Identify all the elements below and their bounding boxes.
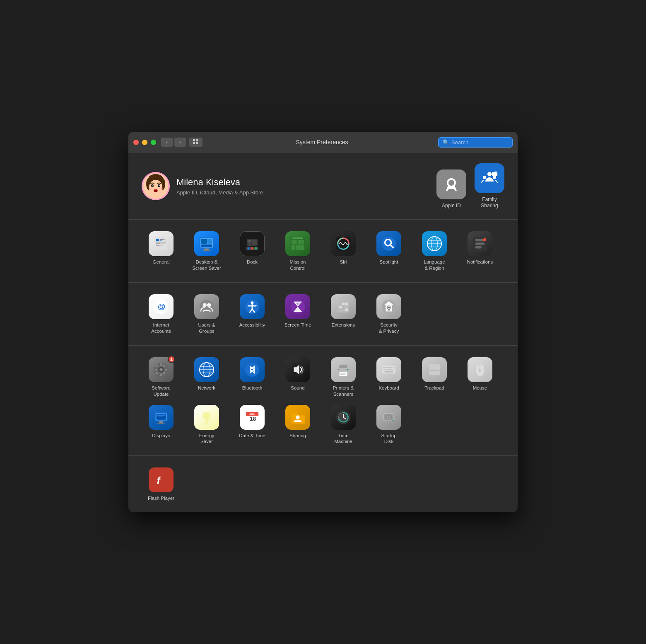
trackpad-item[interactable]: Trackpad (412, 353, 457, 401)
svg-point-10 (158, 184, 160, 187)
svg-point-42 (251, 247, 253, 249)
search-bar[interactable]: 🔍 (438, 137, 513, 148)
siri-item[interactable]: Siri (321, 227, 366, 275)
users-item[interactable]: Users &Groups (184, 290, 229, 338)
svg-rect-49 (292, 240, 297, 244)
svg-point-91 (339, 305, 342, 308)
svg-point-152 (203, 412, 211, 419)
apple-id-button[interactable]: Apple ID (436, 169, 466, 209)
bluetooth-item[interactable]: Bluetooth (229, 353, 275, 401)
accessibility-icon (240, 294, 265, 319)
svg-text:JUL: JUL (249, 412, 255, 415)
flash-item[interactable]: f Flash Player (138, 463, 184, 505)
general-icon: File New Ope... (149, 231, 174, 256)
personal-section: File New Ope... General (128, 220, 518, 283)
svg-text:File: File (157, 239, 163, 241)
accounts-grid: @ InternetAccounts (138, 290, 508, 338)
fullscreen-button[interactable] (151, 140, 156, 145)
timemachine-item[interactable]: TimeMachine (321, 401, 366, 448)
svg-rect-37 (204, 248, 209, 250)
search-icon: 🔍 (443, 139, 449, 145)
other-section: f Flash Player (128, 456, 518, 512)
titlebar: ‹ › System Preferences 🔍 (128, 132, 518, 153)
family-sharing-button[interactable]: FamilySharing (475, 163, 504, 209)
dock-item[interactable]: Dock (229, 227, 275, 275)
svg-point-22 (494, 171, 497, 174)
profile-subtitle: Apple ID, iCloud, Media & App Store (176, 189, 436, 196)
grid-view-button[interactable] (189, 138, 202, 147)
close-button[interactable] (133, 140, 139, 145)
content-area: Milena Kiseleva Apple ID, iCloud, Media … (128, 153, 518, 513)
internet-item[interactable]: @ InternetAccounts (138, 290, 184, 338)
flash-icon: f (149, 467, 174, 492)
datetime-label: Date & Time (239, 433, 265, 439)
security-item[interactable]: Security& Privacy (366, 290, 412, 338)
desktop-label: Desktop &Screen Saver (192, 259, 221, 271)
mission-item[interactable]: MissionControl (275, 227, 321, 275)
svg-rect-136 (390, 369, 392, 370)
svg-text:@: @ (157, 302, 165, 310)
network-item[interactable]: Network (184, 353, 229, 401)
svg-point-73 (203, 303, 207, 307)
search-input[interactable] (451, 139, 508, 145)
svg-rect-124 (340, 373, 346, 373)
screentime-item[interactable]: Screen Time (275, 290, 321, 338)
timemachine-icon (331, 405, 356, 430)
security-icon (376, 294, 401, 319)
forward-button[interactable]: › (174, 138, 186, 147)
svg-point-92 (345, 308, 348, 311)
accessibility-label: Accessibility (239, 322, 265, 328)
family-sharing-label: FamilySharing (481, 196, 498, 209)
svg-point-76 (251, 301, 254, 304)
security-label: Security& Privacy (379, 322, 399, 334)
sound-label: Sound (291, 385, 304, 391)
accessibility-item[interactable]: Accessibility (229, 290, 275, 338)
displays-item[interactable]: Displays (138, 401, 184, 448)
keyboard-item[interactable]: Keyboard (366, 353, 412, 401)
svg-rect-50 (298, 240, 304, 244)
internet-label: InternetAccounts (151, 322, 171, 334)
notifications-item[interactable]: Notifications (457, 227, 503, 275)
svg-rect-35 (208, 239, 212, 243)
minimize-button[interactable] (142, 140, 147, 145)
desktop-item[interactable]: Desktop &Screen Saver (184, 227, 229, 275)
sound-item[interactable]: Sound (275, 353, 321, 401)
mouse-item[interactable]: Mouse (457, 353, 503, 401)
svg-rect-133 (383, 369, 385, 370)
profile-info: Milena Kiseleva Apple ID, iCloud, Media … (176, 177, 436, 196)
mission-icon (285, 231, 310, 256)
dock-icon (240, 231, 265, 256)
extensions-item[interactable]: Extensions (321, 290, 366, 338)
svg-point-165 (296, 415, 300, 419)
mouse-icon (468, 357, 492, 382)
svg-rect-36 (201, 245, 212, 247)
printers-item[interactable]: Printers &Scanners (321, 353, 366, 401)
general-item[interactable]: File New Ope... General (138, 227, 184, 275)
svg-point-12 (159, 185, 160, 186)
svg-point-90 (342, 303, 345, 305)
svg-rect-130 (388, 367, 390, 368)
language-icon (422, 231, 447, 256)
svg-rect-155 (205, 422, 208, 423)
avatar[interactable] (142, 172, 170, 200)
software-item[interactable]: 1 (138, 353, 184, 401)
datetime-item[interactable]: JUL 18 Date & Time (229, 401, 275, 448)
software-icon: 1 (149, 357, 174, 382)
back-button[interactable]: ‹ (161, 138, 173, 147)
svg-point-8 (149, 180, 162, 195)
mouse-label: Mouse (473, 385, 487, 391)
extensions-icon (331, 294, 356, 319)
svg-rect-68 (475, 246, 482, 249)
startup-item[interactable]: StartupDisk (366, 401, 412, 448)
language-item[interactable]: Language& Region (412, 227, 457, 275)
energy-label: EnergySaver (199, 433, 214, 445)
svg-point-178 (392, 419, 394, 421)
keyboard-icon (376, 357, 401, 382)
sharing-item[interactable]: Sharing (275, 401, 321, 448)
spotlight-item[interactable]: Spotlight (366, 227, 412, 275)
software-badge: 1 (168, 356, 175, 363)
svg-rect-151 (157, 416, 163, 417)
energy-item[interactable]: EnergySaver (184, 401, 229, 448)
nav-buttons: ‹ › (161, 138, 186, 147)
printers-label: Printers &Scanners (333, 385, 354, 397)
